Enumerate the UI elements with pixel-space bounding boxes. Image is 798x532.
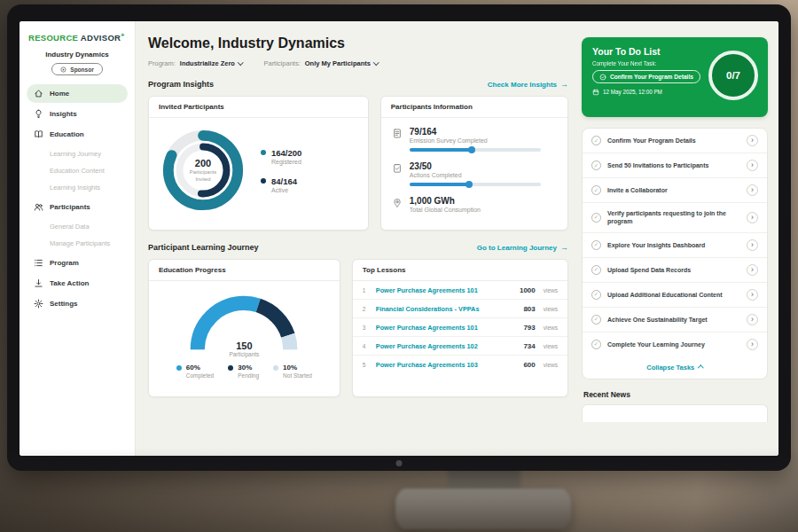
sidebar-item-learning-journey[interactable]: Learning Journey [27, 145, 128, 162]
task-row-complete-learning-journey[interactable]: ✓ Complete Your Learning Journey › [583, 332, 767, 356]
survey-icon [392, 128, 403, 152]
brand-plus: + [121, 32, 124, 38]
lesson-row: 3 Power Purchase Agreements 101 793 view… [353, 318, 567, 337]
lesson-row: 4 Power Purchase Agreements 102 734 view… [353, 337, 567, 356]
invited-total: 200 [195, 158, 211, 168]
task-row-confirm-program[interactable]: ✓ Confirm Your Program Details › [583, 129, 767, 153]
next-task-pill[interactable]: Confirm Your Program Details [592, 70, 700, 83]
invited-participants-card: Invited Participants [148, 96, 369, 231]
task-chevron-icon[interactable]: › [747, 264, 758, 276]
task-chevron-icon[interactable]: › [747, 289, 758, 301]
participants-filter-dropdown[interactable]: Only My Participants [305, 59, 379, 67]
pin-icon [392, 197, 403, 213]
sidebar-item-home[interactable]: Home [27, 84, 128, 103]
clipboard-check-icon [392, 162, 403, 186]
org-name: Industry Dynamics [27, 51, 128, 59]
task-row-upload-educational-content[interactable]: ✓ Upload Additional Educational Content … [583, 283, 767, 308]
book-icon [34, 129, 43, 139]
registered-dot-icon [261, 150, 266, 155]
task-row-explore-insights[interactable]: ✓ Explore Your Insights Dashboard › [583, 233, 767, 258]
survey-progress-track [410, 148, 541, 152]
gauge-total: 150 [184, 340, 303, 351]
calendar-icon [592, 89, 599, 96]
go-to-learning-journey-link[interactable]: Go to Learning Journey → [477, 243, 568, 252]
todo-task-list: ✓ Confirm Your Program Details › ✓ Send … [582, 128, 768, 379]
monitor-stand-base [395, 489, 571, 529]
invited-card-title: Invited Participants [149, 97, 368, 118]
task-row-verify-participants[interactable]: ✓ Verify participants requesting to join… [583, 203, 767, 233]
sidebar-item-education[interactable]: Education [27, 125, 128, 144]
sidebar-nav: Home Insights Education Learning Journey… [27, 84, 128, 313]
filter-bar: Program: Industrialize Zero Participants… [148, 59, 568, 67]
monitor-bezel: RESOURCE ADVISOR+ Industry Dynamics Spon… [7, 4, 791, 471]
recent-news-card [582, 404, 768, 422]
consumption-stat: 1,000 GWh Total Global Consumption [392, 196, 557, 213]
task-checkbox[interactable]: ✓ [591, 290, 601, 300]
task-chevron-icon[interactable]: › [747, 184, 758, 196]
sidebar-item-insights[interactable]: Insights [27, 105, 128, 123]
download-icon [34, 278, 43, 288]
task-row-invite-collaborator[interactable]: ✓ Invite a Collaborator › [583, 178, 767, 203]
sidebar-item-general-data[interactable]: General Data [27, 218, 128, 235]
lesson-link[interactable]: Financial Considerations - VPPAs [376, 305, 518, 313]
task-checkbox[interactable]: ✓ [591, 136, 601, 145]
collapse-tasks-link[interactable]: Collapse Tasks [583, 356, 767, 379]
sidebar-item-take-action[interactable]: Take Action [27, 274, 128, 293]
main-content: Welcome, Industry Dynamics Program: Indu… [136, 21, 580, 456]
sponsor-badge[interactable]: Sponsor [51, 63, 102, 75]
sidebar-item-manage-participants[interactable]: Manage Participants [27, 235, 128, 252]
lesson-link[interactable]: Power Purchase Agreements 101 [376, 286, 513, 294]
sidebar-item-program[interactable]: Program [27, 254, 128, 272]
task-chevron-icon[interactable]: › [747, 160, 758, 171]
bulb-icon [34, 109, 43, 119]
list-icon [34, 258, 43, 268]
sponsor-icon [60, 66, 66, 73]
task-chevron-icon[interactable]: › [747, 314, 758, 325]
task-checkbox[interactable]: ✓ [591, 213, 601, 223]
sidebar-item-participants[interactable]: Participants [27, 198, 128, 216]
emission-survey-stat: 79/164 Emission Survey Completed [392, 127, 557, 152]
home-icon [34, 89, 43, 98]
sidebar-item-settings[interactable]: Settings [27, 294, 128, 313]
education-legend: 60% Completed 30% Pending [160, 364, 329, 379]
chevron-down-icon [373, 59, 379, 65]
task-chevron-icon[interactable]: › [747, 135, 758, 146]
chevron-up-icon [698, 365, 703, 371]
task-chevron-icon[interactable]: › [747, 239, 758, 251]
participants-information-card: Participants Information 79/164 Emission… [380, 96, 568, 231]
todo-summary-card: Your To Do List Complete Your Next Task:… [582, 37, 768, 117]
task-chevron-icon[interactable]: › [747, 212, 758, 223]
dashboard-screen: RESOURCE ADVISOR+ Industry Dynamics Spon… [20, 21, 778, 456]
actions-progress-bar [410, 183, 470, 186]
task-checkbox[interactable]: ✓ [591, 185, 601, 195]
education-progress-card: Education Progress [148, 259, 340, 397]
invited-legend: 164/200 Registered 84/164 Active [261, 148, 301, 193]
page-title: Welcome, Industry Dynamics [148, 35, 568, 51]
chevron-down-icon [238, 59, 243, 65]
legend-registered: 164/200 Registered [261, 148, 301, 165]
brand-advisor: ADVISOR [81, 33, 121, 43]
sidebar-item-learning-insights[interactable]: Learning Insights [27, 179, 128, 196]
survey-progress-bar [410, 148, 473, 152]
monitor-logo-dot [396, 460, 403, 466]
lesson-link[interactable]: Power Purchase Agreements 103 [376, 361, 518, 369]
task-checkbox[interactable]: ✓ [591, 160, 601, 170]
lesson-row: 5 Power Purchase Agreements 103 600 view… [353, 356, 567, 373]
task-row-send-invitations[interactable]: ✓ Send 50 Invitations to Participants › [583, 153, 767, 178]
task-checkbox[interactable]: ✓ [591, 315, 601, 325]
task-checkbox[interactable]: ✓ [591, 240, 601, 250]
program-filter-dropdown[interactable]: Industrialize Zero [180, 59, 243, 67]
lesson-row: 1 Power Purchase Agreements 101 1000 vie… [353, 281, 567, 300]
task-row-upload-spend-data[interactable]: ✓ Upload Spend Data Records › [583, 258, 767, 283]
task-chevron-icon[interactable]: › [747, 339, 758, 350]
sidebar-item-education-content[interactable]: Education Content [27, 162, 128, 179]
active-dot-icon [261, 178, 266, 184]
task-checkbox[interactable]: ✓ [591, 265, 601, 275]
lesson-link[interactable]: Power Purchase Agreements 101 [376, 324, 518, 332]
check-more-insights-link[interactable]: Check More Insights → [488, 80, 568, 89]
lesson-link[interactable]: Power Purchase Agreements 102 [376, 342, 518, 350]
sidebar: RESOURCE ADVISOR+ Industry Dynamics Spon… [20, 21, 136, 456]
task-row-achieve-target[interactable]: ✓ Achieve One Sustainability Target › [583, 308, 767, 332]
gear-icon [34, 299, 43, 309]
task-checkbox[interactable]: ✓ [591, 340, 601, 349]
